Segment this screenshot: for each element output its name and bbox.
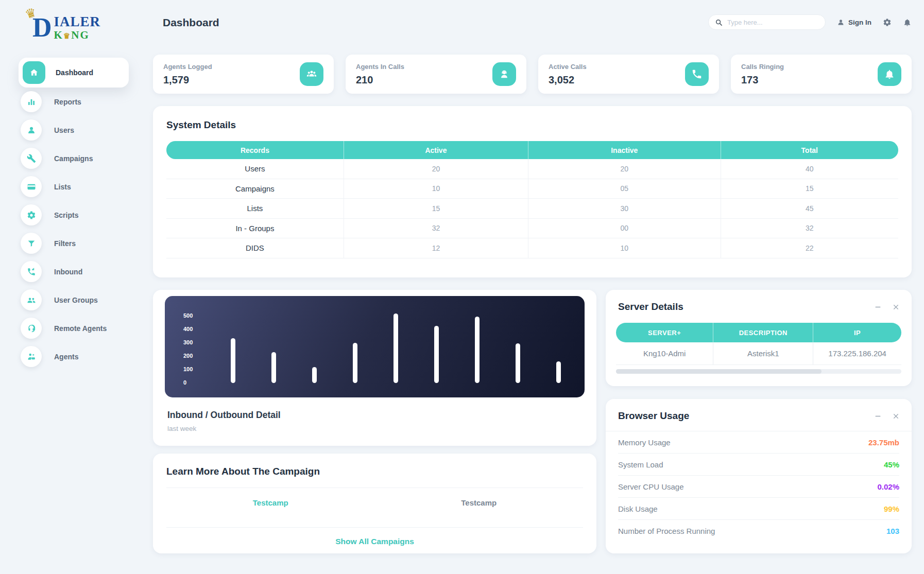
- sidebar-nav: Dashboard Reports Users Campaigns Lists: [0, 58, 133, 371]
- user-group-icon: [21, 289, 42, 310]
- cell-inactive: 10: [528, 238, 721, 258]
- logo-king-text: K♛NG: [54, 30, 101, 41]
- system-details-card: System Details Records Active Inactive T…: [153, 106, 912, 277]
- metric-label: Memory Usage: [618, 438, 671, 447]
- sidebar-item-remote-agents[interactable]: Remote Agents: [0, 314, 133, 342]
- notifications-bell-icon[interactable]: [903, 18, 912, 27]
- table-row: Users 20 20 40: [166, 159, 898, 179]
- minimize-icon[interactable]: [875, 413, 881, 420]
- stat-label: Agents Logged: [163, 63, 212, 71]
- y-axis-tick: 100: [183, 366, 193, 372]
- chart-bar: [393, 314, 398, 383]
- agent-desk-icon: [21, 346, 42, 367]
- sidebar-item-label: Users: [54, 126, 74, 134]
- minimize-icon[interactable]: [875, 304, 881, 310]
- chart-bar: [556, 361, 561, 383]
- server-details-title: Server Details: [618, 301, 683, 312]
- stat-card-agents-logged: Agents Logged 1,579: [153, 55, 334, 94]
- stat-value: 1,579: [163, 74, 212, 86]
- column-header: DESCRIPTION: [713, 323, 813, 342]
- user-icon: [21, 119, 42, 141]
- campaign-link[interactable]: Testcamp: [375, 498, 584, 507]
- settings-gear-icon[interactable]: [883, 18, 892, 27]
- search-input[interactable]: [727, 19, 819, 26]
- sidebar-item-label: Inbound: [54, 268, 82, 276]
- stat-label: Calls Ringing: [741, 63, 784, 71]
- scrollbar-thumb[interactable]: [616, 369, 822, 374]
- sign-in-button[interactable]: Sign In: [837, 19, 871, 26]
- table-header-row: Records Active Inactive Total: [166, 141, 898, 159]
- search-icon: [715, 19, 723, 26]
- show-all-campaigns-link[interactable]: Show All Campaigns: [166, 528, 583, 555]
- sidebar-item-label: User Groups: [54, 296, 98, 304]
- stat-card-active-calls: Active Calls 3,052: [538, 55, 719, 94]
- cell-active: 10: [344, 179, 528, 199]
- stat-card-calls-ringing: Calls Ringing 173: [731, 55, 912, 94]
- cell-total: 32: [721, 219, 898, 238]
- cell-record: Lists: [166, 199, 344, 218]
- chart-bar: [271, 352, 276, 383]
- credit-card-icon: [21, 176, 42, 197]
- browser-usage-list: Memory Usage 23.75mb System Load 45% Ser…: [606, 431, 912, 542]
- close-icon[interactable]: [893, 304, 899, 310]
- filter-icon: [21, 233, 42, 254]
- sidebar: ♛ D IALER K♛NG Dashboard Reports Users: [0, 0, 133, 574]
- phone-incoming-icon: [21, 261, 42, 282]
- sidebar-item-label: Reports: [54, 98, 81, 106]
- bar-chart: 5004003002001000: [165, 296, 585, 397]
- cell-active: 12: [344, 238, 528, 258]
- chart-bar: [312, 367, 317, 383]
- top-header: Dashboard Sign In: [133, 0, 924, 44]
- table-row: DIDS 12 10 22: [166, 238, 898, 258]
- metric-label: System Load: [618, 460, 663, 469]
- close-icon[interactable]: [893, 413, 899, 420]
- app-logo[interactable]: ♛ D IALER K♛NG: [18, 7, 115, 48]
- bell-icon: [878, 62, 901, 86]
- agents-group-icon: [300, 62, 323, 86]
- cell-active: 20: [344, 159, 528, 179]
- column-header: Active: [344, 141, 528, 159]
- metric-label: Server CPU Usage: [618, 482, 684, 491]
- sidebar-item-reports[interactable]: Reports: [0, 88, 133, 116]
- gear-code-icon: [21, 204, 42, 225]
- cell-inactive: 20: [528, 159, 721, 179]
- table-header-row: SERVER+ DESCRIPTION IP: [616, 323, 901, 342]
- sidebar-item-lists[interactable]: Lists: [0, 172, 133, 201]
- sidebar-item-inbound[interactable]: Inbound: [0, 257, 133, 286]
- stat-label: Active Calls: [549, 63, 587, 71]
- metric-label: Disk Usage: [618, 505, 658, 513]
- stat-label: Agents In Calls: [356, 63, 404, 71]
- sidebar-item-dashboard[interactable]: Dashboard: [19, 58, 129, 88]
- list-item: Disk Usage 99%: [618, 498, 899, 520]
- cell-record: Users: [166, 159, 344, 179]
- metric-value: 45%: [884, 460, 899, 469]
- campaign-link[interactable]: Testcamp: [166, 498, 375, 507]
- page-title: Dashboard: [163, 16, 219, 29]
- sidebar-item-users[interactable]: Users: [0, 116, 133, 144]
- table-row: Kng10-Admi Asterisk1 173.225.186.204: [616, 342, 901, 365]
- list-item: System Load 45%: [618, 454, 899, 476]
- person-icon: [837, 19, 845, 26]
- sidebar-item-user-groups[interactable]: User Groups: [0, 286, 133, 314]
- sidebar-item-label: Dashboard: [56, 68, 93, 77]
- cell-server: Kng10-Admi: [616, 342, 713, 364]
- column-header: Total: [721, 141, 898, 159]
- chart-bar: [353, 343, 357, 383]
- chart-title: Inbound / Outbound Detail: [167, 410, 281, 421]
- metric-value: 103: [886, 527, 899, 535]
- sidebar-item-filters[interactable]: Filters: [0, 229, 133, 257]
- metric-value: 99%: [884, 505, 899, 513]
- sidebar-item-campaigns[interactable]: Campaigns: [0, 144, 133, 172]
- metric-value: 23.75mb: [868, 438, 899, 447]
- mini-crown-icon: ♛: [63, 32, 71, 40]
- sidebar-item-agents[interactable]: Agents: [0, 342, 133, 371]
- column-header: Records: [166, 141, 344, 159]
- horizontal-scrollbar[interactable]: [616, 369, 901, 374]
- chart-bar: [231, 338, 235, 383]
- sidebar-item-scripts[interactable]: Scripts: [0, 201, 133, 229]
- sidebar-item-label: Agents: [54, 353, 78, 361]
- stat-card-agents-in-calls: Agents In Calls 210: [346, 55, 526, 94]
- cell-total: 40: [721, 159, 898, 179]
- cell-ip: 173.225.186.204: [813, 342, 901, 364]
- chart-bar: [434, 326, 439, 383]
